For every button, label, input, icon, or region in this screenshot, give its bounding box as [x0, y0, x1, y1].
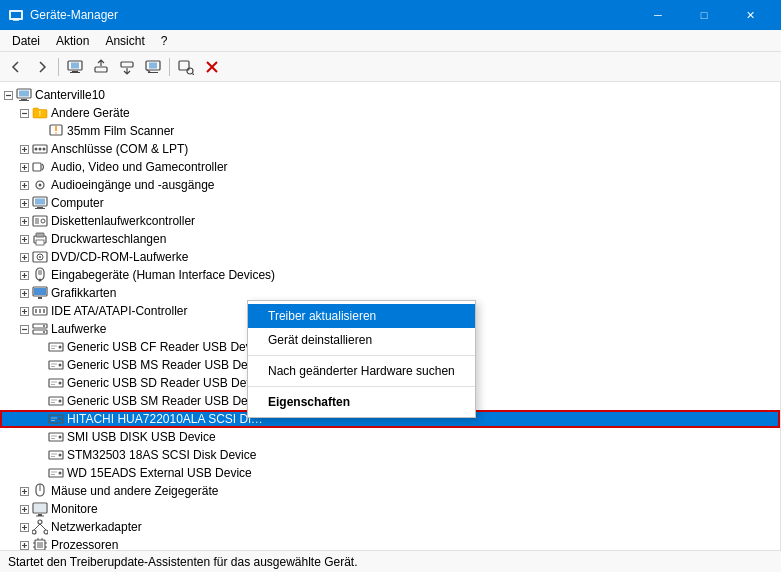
- svg-rect-75: [51, 366, 55, 367]
- svg-point-22: [55, 132, 57, 134]
- tree-item-film[interactable]: 35mm Film Scanner: [0, 122, 780, 140]
- tree-expander[interactable]: [16, 267, 32, 283]
- tree-item-stm[interactable]: STM32503 18AS SCSI Disk Device: [0, 446, 780, 464]
- forward-button[interactable]: [30, 55, 54, 79]
- tree-expander[interactable]: [0, 87, 16, 103]
- menu-ansicht[interactable]: Ansicht: [97, 32, 152, 50]
- tree-item-smi[interactable]: SMI USB DISK USB Device: [0, 428, 780, 446]
- tree-item-icon-druck: [32, 231, 48, 247]
- svg-point-66: [43, 325, 45, 327]
- context-menu: Treiber aktualisierenGerät deinstalliere…: [247, 300, 476, 418]
- tree-item-diskette[interactable]: Diskettenlaufwerkcontroller: [0, 212, 780, 230]
- tree-item-dvd[interactable]: DVD/CD-ROM-Laufwerke: [0, 248, 780, 266]
- tree-expander[interactable]: [16, 519, 32, 535]
- tree-item-icon-audio: [32, 159, 48, 175]
- tree-item-netzwerk[interactable]: Netzwerkadapter: [0, 518, 780, 536]
- tree-item-icon-netzwerk: [32, 519, 48, 535]
- tree-item-anschluesse[interactable]: Anschlüsse (COM & LPT): [0, 140, 780, 158]
- tree-item-audio[interactable]: Audio, Video und Gamecontroller: [0, 158, 780, 176]
- tree-item-icon-ide: [32, 303, 48, 319]
- svg-rect-29: [33, 163, 41, 171]
- tree-item-icon-anschluesse: [32, 141, 48, 157]
- svg-line-113: [40, 524, 46, 530]
- tree-expander[interactable]: [16, 249, 32, 265]
- svg-point-67: [43, 331, 45, 333]
- tree-expander[interactable]: [16, 483, 32, 499]
- computer-button[interactable]: [63, 55, 87, 79]
- disable-button[interactable]: [141, 55, 165, 79]
- context-menu-item-nach-geänderter-hardware-suchen[interactable]: Nach geänderter Hardware suchen: [248, 359, 475, 383]
- context-menu-separator: [248, 386, 475, 387]
- tree-expander[interactable]: [16, 303, 32, 319]
- svg-rect-78: [51, 382, 57, 383]
- tree-item-label-film: 35mm Film Scanner: [67, 124, 174, 138]
- tree-item-andere[interactable]: !Andere Geräte: [0, 104, 780, 122]
- menu-aktion[interactable]: Aktion: [48, 32, 97, 50]
- update-driver-button[interactable]: [89, 55, 113, 79]
- tree-item-label-prozessoren: Prozessoren: [51, 538, 118, 550]
- tree-expander[interactable]: [16, 321, 32, 337]
- context-menu-item-eigenschaften[interactable]: Eigenschaften: [248, 390, 475, 414]
- svg-rect-44: [36, 233, 44, 237]
- tree-item-druck[interactable]: Druckwarteschlangen: [0, 230, 780, 248]
- tree-item-label-grafik: Grafikkarten: [51, 286, 116, 300]
- tree-item-maeuse[interactable]: Mäuse und andere Zeigegeräte: [0, 482, 780, 500]
- menu-datei[interactable]: Datei: [4, 32, 48, 50]
- svg-rect-4: [71, 62, 79, 68]
- tree-item-label-ms: Generic USB MS Reader USB Device: [67, 358, 269, 372]
- svg-rect-61: [39, 309, 41, 313]
- tree-expander[interactable]: [16, 213, 32, 229]
- tree-expander[interactable]: [16, 195, 32, 211]
- rollback-button[interactable]: [115, 55, 139, 79]
- svg-point-85: [59, 418, 62, 421]
- tree-item-eingabe[interactable]: Eingabegeräte (Human Interface Devices): [0, 266, 780, 284]
- svg-rect-99: [51, 474, 55, 475]
- svg-text:!: !: [39, 110, 41, 117]
- svg-rect-74: [51, 364, 57, 365]
- toolbar: [0, 52, 781, 82]
- tree-item-icon-cf: [48, 339, 64, 355]
- tree-item-root[interactable]: Canterville10: [0, 86, 780, 104]
- tree-item-audioeingaenge[interactable]: Audioeingänge und -ausgänge: [0, 176, 780, 194]
- tree-item-computer[interactable]: Computer: [0, 194, 780, 212]
- tree-item-label-audioeingaenge: Audioeingänge und -ausgänge: [51, 178, 214, 192]
- tree-item-label-dvd: DVD/CD-ROM-Laufwerke: [51, 250, 188, 264]
- tree-item-prozessoren[interactable]: Prozessoren: [0, 536, 780, 550]
- maximize-button[interactable]: □: [681, 0, 727, 30]
- tree-item-wd[interactable]: WD 15EADS External USB Device: [0, 464, 780, 482]
- back-button[interactable]: [4, 55, 28, 79]
- menubar: Datei Aktion Ansicht ?: [0, 30, 781, 52]
- tree-item-icon-grafik: [32, 285, 48, 301]
- titlebar: Geräte-Manager ─ □ ✕: [0, 0, 781, 30]
- svg-rect-18: [19, 100, 29, 101]
- svg-rect-37: [35, 208, 45, 209]
- context-menu-item-treiber-aktualisieren[interactable]: Treiber aktualisieren: [248, 304, 475, 328]
- svg-rect-94: [51, 454, 57, 455]
- svg-point-13: [187, 68, 193, 74]
- tree-expander[interactable]: [16, 285, 32, 301]
- tree-expander: [32, 411, 48, 427]
- tree-item-icon-andere: !: [32, 105, 48, 121]
- svg-rect-107: [36, 516, 44, 517]
- tree-expander[interactable]: [16, 141, 32, 157]
- scan-button[interactable]: [174, 55, 198, 79]
- tree-expander[interactable]: [16, 231, 32, 247]
- delete-button[interactable]: [200, 55, 224, 79]
- svg-rect-10: [149, 62, 157, 68]
- context-menu-item-gerät-deinstallieren[interactable]: Gerät deinstallieren: [248, 328, 475, 352]
- svg-rect-45: [36, 240, 44, 245]
- tree-item-label-laufwerke: Laufwerke: [51, 322, 106, 336]
- tree-expander[interactable]: [16, 105, 32, 121]
- minimize-button[interactable]: ─: [635, 0, 681, 30]
- tree-expander[interactable]: [16, 537, 32, 550]
- svg-point-32: [39, 184, 42, 187]
- svg-rect-57: [38, 297, 42, 299]
- disable-icon: [145, 59, 161, 75]
- menu-help[interactable]: ?: [153, 32, 176, 50]
- close-button[interactable]: ✕: [727, 0, 773, 30]
- tree-item-monitore[interactable]: Monitore: [0, 500, 780, 518]
- tree-expander[interactable]: [16, 501, 32, 517]
- tree-expander[interactable]: [16, 159, 32, 175]
- tree-expander[interactable]: [16, 177, 32, 193]
- tree-item-icon-wd: [48, 465, 64, 481]
